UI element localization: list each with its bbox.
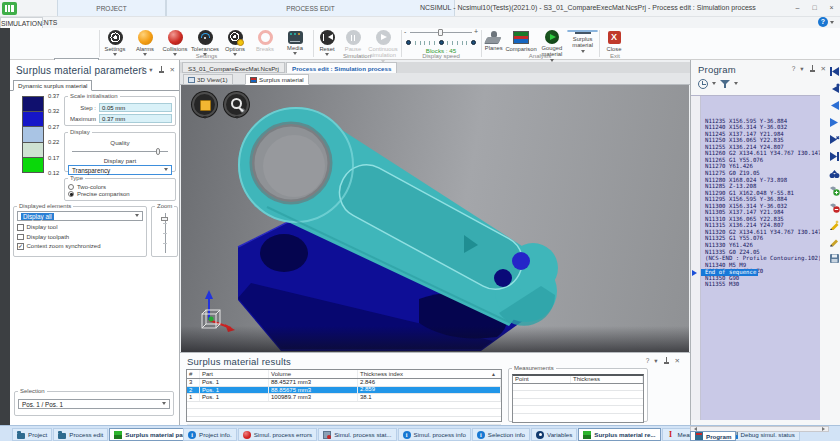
tab-3d-view[interactable]: 3D View(1) (183, 74, 233, 85)
pin-icon[interactable] (809, 65, 816, 73)
surplus-material-button[interactable]: Surplus material (567, 30, 598, 32)
tab-surplus-material[interactable]: Surplus material (245, 74, 309, 85)
taskbar-tab-icon (583, 431, 591, 439)
chevron-down-icon[interactable]: ▾ (654, 357, 657, 365)
checkbox-option[interactable]: Display tool (17, 224, 143, 231)
end-of-sequence-line[interactable]: End of sequence (701, 269, 758, 276)
nc-code-lines[interactable]: N11235 X156.595 Y-36.884N11240 X156.314 … (701, 98, 820, 288)
play-backward-button[interactable] (829, 100, 840, 111)
taskbar-tab-icon (323, 431, 331, 439)
search-binoculars-button[interactable] (829, 168, 840, 179)
save-button[interactable] (829, 253, 840, 264)
type-radio-option[interactable]: Precise comparison (68, 191, 172, 197)
planes-button[interactable]: Planes (482, 30, 505, 51)
quality-slider[interactable] (72, 147, 168, 155)
nc-code-line[interactable]: N11355 M30 (701, 281, 820, 288)
panel-help-icon[interactable]: ? (141, 66, 145, 74)
skip-to-start-button[interactable] (829, 66, 840, 77)
taskbar-tab[interactable]: Selection info (472, 428, 530, 441)
close-simulation-button[interactable]: Close (600, 30, 628, 52)
taskbar-tab[interactable]: Simul. process stat... (318, 428, 396, 441)
measurements-table[interactable]: Point Thickness (512, 374, 644, 423)
selection-combo[interactable]: Pos. 1 / Pos. 1 (18, 399, 170, 409)
code-gutter (691, 96, 701, 420)
speed-minus-button[interactable]: - (404, 28, 406, 36)
edit-pencil-button[interactable] (829, 236, 840, 247)
view-cube-button[interactable] (192, 92, 217, 117)
tab-dynamic-surplus-material[interactable]: Dynamic surplus material (13, 80, 92, 91)
results-table[interactable]: # Part Volume Thickness index▲ 3 Pos. 1 … (186, 369, 502, 422)
taskbar-tab[interactable]: Surplus material re... (578, 428, 660, 441)
maximize-button[interactable]: □ (808, 2, 821, 13)
zoom-group: Zoom (151, 203, 178, 257)
nc-code-line[interactable]: (NCS-END : Profile Contouring.102) (701, 255, 820, 262)
scroll-right-icon[interactable] (822, 427, 827, 431)
continuous-simulation-button[interactable]: Continuous simulation (366, 30, 400, 65)
taskbar-tab-icon (695, 432, 703, 440)
comparison-button[interactable]: Comparison (505, 30, 536, 52)
displayed-elements-combo[interactable]: Display all (17, 211, 143, 221)
panel-close-icon[interactable]: ✕ (821, 65, 826, 73)
nc-code-line[interactable]: N11260 G2 X134.611 Y34.767 I30.147 J3 (701, 150, 820, 157)
program-step-toolbar (829, 60, 840, 425)
step-back-button[interactable] (829, 83, 840, 94)
skip-to-end-button[interactable] (829, 151, 840, 162)
panel-close-icon[interactable]: ✕ (170, 66, 175, 74)
maximum-field[interactable]: 0.37 mm (99, 114, 172, 123)
speed-slider-thumb[interactable] (438, 29, 443, 36)
play-forward-button[interactable] (829, 117, 840, 128)
taskbar-tab[interactable]: Simul. process errors (238, 428, 317, 441)
table-row[interactable]: 1 Pos. 1 100989.7 mm3 38.1 (187, 394, 501, 402)
tab-process-edit[interactable]: Process edit : Simulation process (286, 62, 397, 73)
nc-code-area[interactable]: N11235 X156.595 Y-36.884N11240 X156.314 … (691, 95, 820, 420)
zoom-slider[interactable] (155, 213, 174, 253)
surplus-material-icon (575, 32, 591, 34)
ribbon-group-tab-process-edit[interactable]: PROCESS EDIT (166, 0, 455, 16)
title-bar: PROJECT PROCESS EDIT NCSIMUL - Ncsimul10… (0, 0, 840, 17)
tab-project-file[interactable]: S3_01_CompareExecMat.NcsPrj (182, 62, 285, 73)
taskbar-tab[interactable]: Project info. (183, 428, 237, 441)
checkbox-option[interactable]: Context zoom synchronized (17, 243, 143, 250)
panel-help-icon[interactable]: ? (792, 65, 796, 73)
panel-help-icon[interactable]: ? (646, 357, 650, 365)
chevron-down-icon[interactable]: ▾ (800, 65, 803, 73)
taskbar-tab[interactable]: Project (12, 428, 52, 441)
program-panel: Program ? ▾ ✕ N11235 X156.595 Y-36.884N1… (690, 60, 840, 425)
chevron-down-icon[interactable]: ▾ (149, 66, 152, 74)
speed-plus-button[interactable]: + (474, 28, 478, 36)
checkbox-option[interactable]: Display toolpath (17, 234, 143, 241)
ribbon-tab[interactable]: SIMULATION (0, 17, 43, 28)
sort-asc-icon[interactable]: ▲ (491, 370, 498, 378)
close-window-button[interactable]: × (825, 2, 838, 13)
results-table-header[interactable]: # Part Volume Thickness index▲ (187, 370, 501, 379)
add-breakpoint-button[interactable] (829, 185, 840, 196)
taskbar-tab-program[interactable]: Program (690, 431, 736, 441)
type-radio-option[interactable]: Two-colors (68, 184, 172, 190)
filter-icon[interactable] (720, 79, 730, 89)
breaks-button[interactable]: Breaks (250, 30, 280, 52)
3d-viewport[interactable] (181, 85, 689, 352)
edit-highlight-button[interactable] (829, 219, 840, 230)
pause-button[interactable]: Pause (340, 30, 366, 52)
zoom-tool-button[interactable] (224, 92, 249, 117)
pin-icon[interactable] (663, 357, 670, 365)
surplus-material-parameters-panel: Surplus material parameters ? ▾ ✕ Dynami… (10, 60, 180, 425)
ribbon-group-tab-project[interactable]: PROJECT (57, 0, 166, 16)
step-field[interactable]: 0.05 mm (99, 103, 172, 112)
display-part-combo[interactable]: Transparency (68, 165, 172, 175)
minimize-button[interactable]: – (791, 2, 804, 13)
view-icon (188, 77, 195, 83)
timing-icon[interactable] (698, 79, 708, 89)
table-row[interactable]: 2 Pos. 1 88.85675 mm3 2.859 (187, 387, 501, 395)
simulation-group-label: Simulation (314, 53, 400, 59)
table-row[interactable]: 3 Pos. 1 88.45271 mm3 2.846 (187, 379, 501, 387)
taskbar-tab[interactable]: Simul. process info (398, 428, 471, 441)
pin-icon[interactable] (158, 66, 165, 74)
taskbar-tab[interactable]: Variables (531, 428, 577, 441)
remove-breakpoint-button[interactable] (829, 202, 840, 213)
panel-close-icon[interactable]: ✕ (675, 357, 680, 365)
step-forward-button[interactable] (829, 134, 840, 145)
help-icon[interactable]: ? (818, 17, 828, 27)
taskbar-tab[interactable]: Process edit (53, 428, 108, 441)
ncsimul-window: PROJECT PROCESS EDIT NCSIMUL - Ncsimul10… (0, 0, 840, 441)
